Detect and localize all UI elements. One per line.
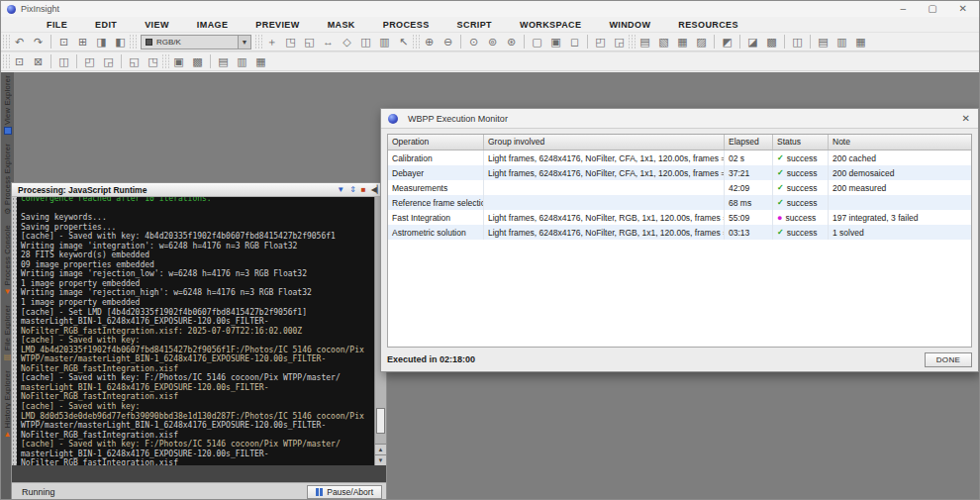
toolbar-separator [48,53,54,70]
pixinsight-logo-icon [7,5,16,14]
maximize-button[interactable]: ▢ [928,4,936,14]
zoom-out-icon[interactable]: ⊖ [439,34,457,50]
console-footer: Running Pause/Abort [12,482,386,500]
table-row[interactable]: Debayer Light frames, 6248x4176, NoFilte… [388,165,971,180]
console-pause-output-icon[interactable]: ■ [361,185,366,194]
menu-item[interactable]: PREVIEW [242,20,313,30]
minimize-button[interactable]: – [901,4,907,14]
menu-item[interactable]: VIEW [131,20,183,30]
scroll-up-icon[interactable]: ▲ [375,444,386,454]
close-button[interactable]: ✕ [959,4,967,14]
console-log-line: Writing image 'rejection_high': w=6248 h… [21,288,372,298]
column-header-elapsed[interactable]: Elapsed [725,135,773,150]
pointer-mode-icon[interactable]: ↖ [394,34,413,50]
column-header-status[interactable]: Status [773,135,829,150]
table-row[interactable]: Fast Integration Light frames, 6248x4176… [388,210,971,225]
image-identifier-icon[interactable]: ⊡ [54,34,73,50]
process-console-window: Processing: JavaScript Runtime ▼⇕■◀▏ con… [11,182,387,500]
restore-windows-icon[interactable]: ◳ [144,53,162,70]
menu-item[interactable]: WORKSPACE [506,20,595,30]
edit-preview-icon[interactable]: ▣ [546,34,565,50]
image-history-icon[interactable]: ▥ [833,34,851,50]
pause-abort-button[interactable]: Pause/Abort [307,485,382,499]
arrange-windows-icon[interactable]: ◲ [99,53,118,70]
menu-item[interactable]: PROCESS [369,20,443,30]
app-title: PixInsight [21,4,59,14]
iconize-windows-icon[interactable]: ◱ [125,53,144,70]
edit-image-icon[interactable]: ▧ [654,34,673,50]
track-view-icon[interactable]: ＋ [262,34,281,50]
zoom-optimal-icon[interactable]: ⊛ [502,34,521,50]
expand-view-icon[interactable]: ◳ [281,34,300,50]
console-log-line: Saving keywords... [21,213,372,223]
image-info-icon[interactable]: ▨ [692,34,711,50]
shrink-view-icon[interactable]: ◱ [300,34,319,50]
dialog-close-icon[interactable]: ✕ [962,114,970,124]
channel-dropdown-arrow-icon[interactable]: ▼ [238,35,251,50]
table-body: Calibration Light frames, 6248x4176, NoF… [388,150,971,347]
menu-item[interactable]: MASK [314,20,369,30]
center-view-icon[interactable]: ◇ [338,34,356,50]
scrollbar-thumb[interactable] [376,408,385,434]
zoom-in-icon[interactable]: ⊕ [420,34,439,50]
image-search-icon[interactable]: ◩ [718,34,736,50]
dialog-title-bar[interactable]: WBPP Execution Monitor ✕ [381,109,978,129]
image-statistics-icon[interactable]: ▦ [851,34,870,50]
pan-mode-icon[interactable]: ↔ [319,34,338,50]
browse-image-icon[interactable]: ▦ [673,34,692,50]
close-workspace-icon[interactable]: ⊠ [29,53,48,70]
zoom-window-icon[interactable]: ▩ [188,53,207,70]
console-output[interactable]: convergence reached after 10 iterations.… [17,197,386,465]
table-row[interactable]: Reference frame selection 68 ms ✓ succes… [388,195,971,210]
menu-item[interactable]: RESOURCES [664,20,752,30]
column-header-operation[interactable]: Operation [388,135,484,150]
image-container-icon[interactable]: ▤ [814,34,833,50]
menu-item[interactable]: EDIT [81,20,131,30]
done-button[interactable]: DONE [925,352,972,367]
window-mode-3-icon[interactable]: ▦ [251,53,270,70]
readout-mode-icon[interactable]: ▥ [375,34,394,50]
revert-image-icon[interactable]: ◫ [788,34,807,50]
menu-item[interactable]: WINDOW [595,20,664,30]
column-header-note[interactable]: Note [829,135,971,150]
new-image-window-icon[interactable]: ◰ [591,34,610,50]
sidebar-tab[interactable]: View Explorer [3,75,12,135]
window-mode-2-icon[interactable]: ▥ [233,53,251,70]
scroll-down-icon[interactable]: ▼ [375,454,386,465]
split-view-icon[interactable]: ◫ [356,34,375,50]
crop-to-preview-icon[interactable]: ◲ [610,34,629,50]
table-row[interactable]: Calibration Light frames, 6248x4176, NoF… [388,150,971,165]
console-log-line: [cache] - Saved with key: [21,336,372,346]
save-image-as-icon[interactable]: ▩ [762,34,781,50]
toolbar-grip [629,35,636,49]
new-workspace-icon[interactable]: ⊡ [10,53,29,70]
table-row[interactable]: Astrometric solution Light frames, 6248x… [388,225,971,240]
cascade-windows-icon[interactable]: ◰ [80,53,99,70]
menu-item[interactable]: FILE [33,20,81,30]
save-image-icon[interactable]: ◪ [743,34,762,50]
menu-item[interactable]: SCRIPT [443,20,506,30]
console-log-line: [cache] - Saved with key: [21,402,372,412]
invert-stf-icon[interactable]: ◧ [111,34,130,50]
console-resize-icon[interactable]: ⇕ [349,185,356,194]
zoom-11-icon[interactable]: ⊙ [464,34,483,50]
delete-preview-icon[interactable]: ◻ [565,34,584,50]
toolbar-grip [3,35,10,49]
table-row[interactable]: Measurements 42:09 ✓ success 200 measure… [388,180,971,195]
channel-selector[interactable]: RGB/K ▼ [141,35,251,50]
tile-windows-icon[interactable]: ◫ [54,53,73,70]
open-image-icon[interactable]: ▤ [636,34,654,50]
window-mode-1-icon[interactable]: ▤ [214,53,233,70]
screen-transfer-icon[interactable]: ◨ [92,34,111,50]
new-preview-icon[interactable]: ▢ [528,34,546,50]
menu-item[interactable]: IMAGE [183,20,243,30]
duplicate-image-icon[interactable]: ⊞ [73,34,92,50]
console-header[interactable]: Processing: JavaScript Runtime ▼⇕■◀▏ [12,183,386,197]
console-collapse-icon[interactable]: ▼ [337,185,344,194]
undo-icon[interactable]: ↶ [10,34,29,50]
zoom-fit-icon[interactable]: ⊚ [483,34,502,50]
fit-window-icon[interactable]: ▣ [169,53,188,70]
pixinsight-dialog-icon [388,114,398,124]
redo-icon[interactable]: ↷ [29,34,48,50]
column-header-group[interactable]: Group involved [484,135,725,150]
